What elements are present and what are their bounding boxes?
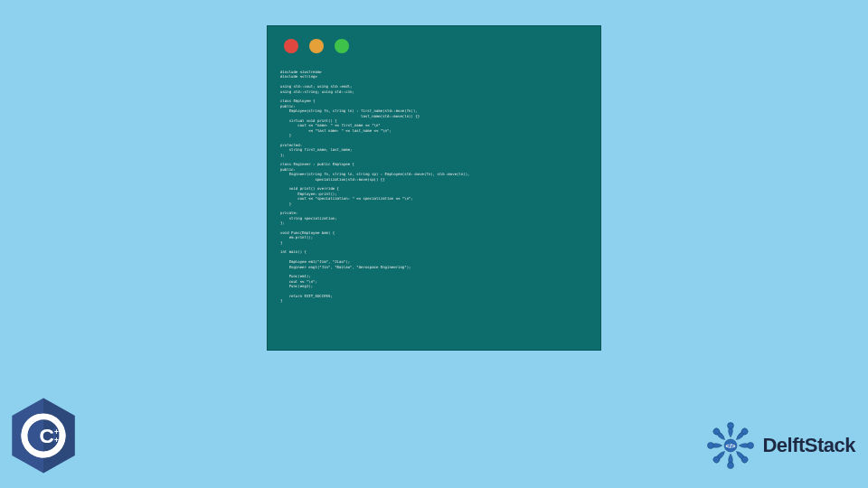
delftstack-logo: </> DelftStack	[704, 419, 855, 472]
close-icon	[284, 39, 298, 53]
svg-text:C: C	[39, 425, 53, 447]
traffic-lights	[268, 26, 600, 66]
delftstack-text: DelftStack	[762, 434, 855, 457]
code-window: #include <iostream> #include <string> us…	[267, 25, 601, 351]
svg-text:+: +	[54, 436, 59, 445]
code-content: #include <iostream> #include <string> us…	[268, 66, 600, 307]
cpp-logo: C + + + +	[9, 397, 78, 474]
delftstack-badge-icon: </>	[704, 419, 757, 472]
minimize-icon	[309, 39, 324, 53]
maximize-icon	[335, 39, 349, 53]
svg-point-10	[728, 422, 734, 428]
svg-text:</>: </>	[726, 442, 736, 450]
svg-text:+: +	[61, 436, 66, 445]
